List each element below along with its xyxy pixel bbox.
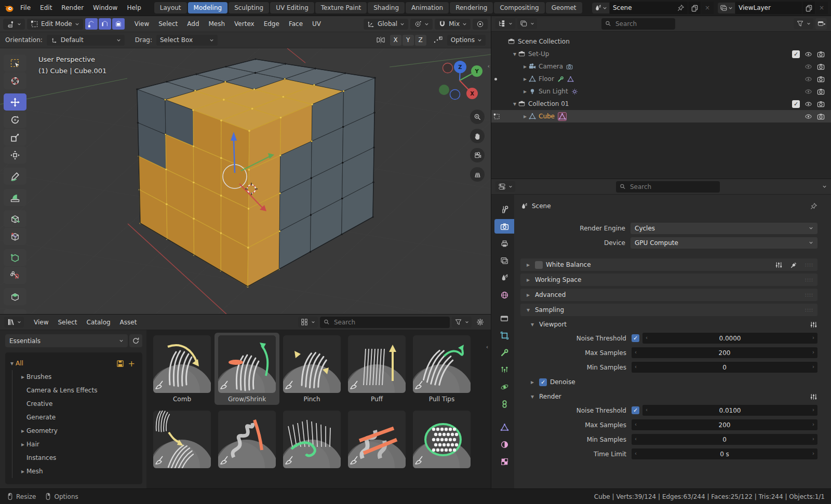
properties-search[interactable] <box>616 181 720 193</box>
decrement-arrow[interactable]: ‹ <box>635 451 637 456</box>
tab-layout[interactable]: Layout <box>154 2 187 13</box>
hide-eye-icon[interactable] <box>805 100 812 108</box>
expander-closed-icon[interactable]: ▸ <box>19 468 26 475</box>
mirror-y-toggle[interactable]: Y <box>403 35 414 46</box>
viewport-menu-add[interactable]: Add <box>182 18 204 30</box>
mirror-icon[interactable] <box>376 35 386 45</box>
expander-closed-icon[interactable]: ▸ <box>19 427 26 434</box>
disable-render-icon[interactable] <box>817 113 825 120</box>
snap-increment-icon[interactable] <box>433 35 443 45</box>
drag-handle[interactable]: :::: <box>805 277 813 282</box>
app-menu-window[interactable]: Window <box>88 2 122 13</box>
tab-animation[interactable]: Animation <box>406 2 449 13</box>
property-checkbox[interactable]: ✓ <box>632 334 639 342</box>
expander-closed-icon[interactable]: ▸ <box>521 75 529 83</box>
app-menu-help[interactable]: Help <box>122 2 145 13</box>
hide-eye-icon[interactable] <box>805 88 812 96</box>
options-dropdown[interactable]: Options <box>447 35 486 46</box>
poly-build-tool[interactable] <box>4 309 26 314</box>
property-value-slider[interactable]: ‹0› <box>632 362 817 373</box>
outliner-filter-button[interactable] <box>794 18 813 29</box>
disable-render-icon[interactable] <box>817 100 825 108</box>
properties-tab-particles[interactable] <box>494 362 514 377</box>
ortho-grid-button[interactable] <box>470 167 485 182</box>
pin-icon[interactable] <box>677 4 685 12</box>
increment-arrow[interactable]: › <box>812 436 814 442</box>
sliders-icon[interactable] <box>775 261 783 269</box>
decrement-arrow[interactable]: ‹ <box>635 436 637 442</box>
tab-compositing[interactable]: Compositing <box>494 2 544 13</box>
hide-eye-icon[interactable] <box>805 113 812 120</box>
outliner-search[interactable] <box>601 18 675 30</box>
property-checkbox[interactable]: ✓ <box>632 406 639 414</box>
knife-tool[interactable] <box>4 267 26 284</box>
rotate-tool[interactable] <box>4 111 26 128</box>
increment-arrow[interactable]: › <box>812 421 814 427</box>
outliner-search-input[interactable] <box>614 20 672 28</box>
asset-card-density[interactable] <box>409 408 474 480</box>
viewport-subpanel-header[interactable]: ▾Viewport <box>529 318 817 331</box>
properties-tab-collection[interactable] <box>494 311 514 325</box>
add-catalog-icon[interactable]: + <box>128 359 135 369</box>
viewlayer-new-button[interactable] <box>802 2 815 14</box>
asset-menu-select[interactable]: Select <box>53 317 82 328</box>
expander-open-icon[interactable]: ▾ <box>511 100 518 107</box>
expander-closed-icon[interactable]: ▸ <box>521 113 529 120</box>
drag-handle[interactable]: :::: <box>805 292 813 297</box>
catalog-item-all[interactable]: ▾All+ <box>8 357 139 370</box>
outliner-display-mode-button[interactable] <box>495 18 515 29</box>
scene-browse-button[interactable] <box>592 3 609 13</box>
viewlayer-delete-button[interactable]: × <box>815 2 828 14</box>
properties-tab-output[interactable] <box>494 236 514 251</box>
snapping-dropdown[interactable]: Mix <box>435 19 471 30</box>
increment-arrow[interactable]: › <box>812 349 814 355</box>
asset-menu-view[interactable]: View <box>29 317 53 328</box>
disable-render-icon[interactable] <box>817 75 825 83</box>
viewport-menu-view[interactable]: View <box>130 18 154 30</box>
new-collection-button[interactable] <box>815 18 827 30</box>
panel-header-advanced[interactable]: ▸Advanced:::: <box>520 289 817 301</box>
viewport-menu-uv[interactable]: UV <box>307 18 326 30</box>
decrement-arrow[interactable]: ‹ <box>646 335 648 340</box>
increment-arrow[interactable]: › <box>812 407 814 413</box>
sliders-icon[interactable] <box>810 321 817 329</box>
inset-tool[interactable] <box>4 249 26 266</box>
tab-rendering[interactable]: Rendering <box>450 2 493 13</box>
outliner-row-floor[interactable]: ▸Floor <box>491 73 831 85</box>
measure-tool[interactable] <box>4 189 26 206</box>
expander-closed-icon[interactable]: ▸ <box>521 63 529 70</box>
zoom-button[interactable] <box>470 110 485 124</box>
loop-cut-tool[interactable] <box>4 288 26 305</box>
viewlayer-name-field[interactable]: ViewLayer <box>735 2 802 14</box>
properties-search-input[interactable] <box>629 183 686 191</box>
pivot-point-dropdown[interactable] <box>410 19 433 30</box>
chevron-down-icon[interactable] <box>822 183 827 190</box>
expander-open-icon[interactable]: ▾ <box>8 360 16 367</box>
sliders-icon[interactable] <box>810 393 817 401</box>
save-catalog-icon[interactable] <box>116 360 124 367</box>
properties-tab-object-data[interactable] <box>494 420 514 434</box>
properties-tab-physics[interactable] <box>494 379 514 394</box>
3d-viewport[interactable]: User Perspective (1) Cube | Cube.001 ZYX… <box>0 48 491 314</box>
panel-checkbox[interactable] <box>535 261 543 269</box>
decrement-arrow[interactable]: ‹ <box>635 349 637 355</box>
property-value-slider[interactable]: ‹0 s› <box>632 448 817 459</box>
mirror-x-toggle[interactable]: X <box>390 35 401 46</box>
exclude-checkbox[interactable]: ✓ <box>792 50 800 58</box>
catalog-item-geometry[interactable]: ▸Geometry <box>8 424 139 438</box>
eyedropper-icon[interactable] <box>790 261 798 269</box>
outliner-row-camera[interactable]: ▸Camera <box>491 60 831 73</box>
expander-closed-icon[interactable]: ▸ <box>19 441 26 448</box>
catalog-item-brushes[interactable]: ▸Brushes <box>8 370 139 384</box>
tab-uv-editing[interactable]: UV Editing <box>270 2 314 13</box>
expander-open-icon[interactable]: ▾ <box>511 50 518 58</box>
proportional-edit-button[interactable] <box>473 19 488 30</box>
orientation-default-dropdown[interactable]: Default <box>47 35 125 46</box>
blender-logo-icon[interactable] <box>3 2 15 13</box>
transform-orientation-dropdown[interactable]: Global <box>364 19 408 30</box>
disable-render-icon[interactable] <box>817 50 825 58</box>
tab-sculpting[interactable]: Sculpting <box>229 2 269 13</box>
increment-arrow[interactable]: › <box>812 364 814 370</box>
move-tool[interactable] <box>4 93 26 111</box>
tweak-select-tool[interactable] <box>4 55 26 72</box>
